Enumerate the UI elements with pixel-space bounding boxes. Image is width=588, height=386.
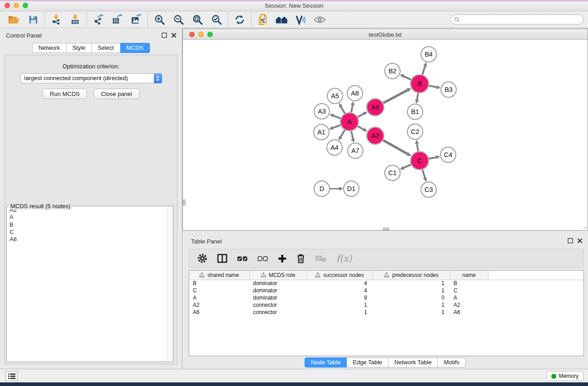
tab-network[interactable]: Network <box>32 43 67 53</box>
network-node-C2[interactable]: C2 <box>407 124 423 139</box>
network-canvas[interactable]: B4B2BB3A8A5A6A3B1AA1C2A2A4A7C4CC1C3DD1 <box>183 40 588 230</box>
delete-table-icon[interactable] <box>315 254 326 262</box>
open-session-icon[interactable] <box>5 12 24 27</box>
network-edge-C-C3[interactable] <box>422 170 425 178</box>
export-network-icon[interactable] <box>89 12 108 27</box>
network-node-A2[interactable]: A2 <box>367 127 384 144</box>
table-row[interactable]: Adominator80A <box>189 294 583 301</box>
task-history-button[interactable] <box>5 371 18 381</box>
column-header-successor-nodes[interactable]: successor nodes <box>306 271 373 280</box>
table-tab-motifs[interactable]: Motifs <box>438 357 466 367</box>
network-edge-A-A5[interactable] <box>341 107 345 114</box>
search-input[interactable] <box>462 16 583 23</box>
network-node-A[interactable]: A <box>340 113 359 131</box>
network-node-A3[interactable]: A3 <box>314 104 330 119</box>
close-panel-icon[interactable] <box>171 33 177 38</box>
tab-select[interactable]: Select <box>92 43 120 53</box>
network-node-A1[interactable]: A1 <box>314 124 329 140</box>
column-header-name[interactable]: name <box>450 271 488 280</box>
splitter-handle-bottom[interactable] <box>383 228 389 230</box>
network-edge-A6-B[interactable] <box>383 90 408 103</box>
mcds-result-item[interactable]: B <box>7 221 173 229</box>
network-node-C4[interactable]: C4 <box>440 147 456 162</box>
table-tab-edge-table[interactable]: Edge Table <box>347 357 388 367</box>
run-mcds-button[interactable]: Run MCDS <box>43 89 87 99</box>
network-node-D1[interactable]: D1 <box>344 181 359 196</box>
import-table-icon[interactable] <box>66 12 85 27</box>
network-edge-C-C2[interactable] <box>417 144 418 152</box>
network-edge-A-A3[interactable] <box>333 116 340 119</box>
close-panel-button[interactable]: Close panel <box>94 89 139 99</box>
export-table-icon[interactable] <box>108 12 127 27</box>
network-edge-A-A7[interactable] <box>351 131 353 139</box>
hide-details-eye-icon[interactable] <box>310 12 329 27</box>
export-image-icon[interactable] <box>127 12 146 27</box>
refresh-icon[interactable] <box>230 12 249 27</box>
column-header-MCDS-role[interactable]: MCDS role <box>249 271 306 280</box>
float-panel-icon[interactable] <box>162 33 167 38</box>
network-edge-A-A8[interactable] <box>351 105 353 113</box>
deselect-all-columns-icon[interactable] <box>258 256 268 261</box>
network-node-D[interactable]: D <box>314 181 330 196</box>
tab-style[interactable]: Style <box>67 43 92 53</box>
zoom-selected-icon[interactable] <box>207 12 226 27</box>
table-row[interactable]: Bdominator41B <box>189 280 583 287</box>
network-node-A5[interactable]: A5 <box>327 88 343 104</box>
zoom-fit-icon[interactable] <box>188 12 207 27</box>
mcds-result-scrollbar[interactable] <box>167 206 173 362</box>
network-node-B[interactable]: B <box>411 75 429 93</box>
network-edge-C-C4[interactable] <box>429 157 436 158</box>
zoom-out-icon[interactable] <box>169 12 188 27</box>
function-builder-icon[interactable]: f(x) <box>336 253 352 264</box>
table-row[interactable]: A6connector11A6 <box>189 309 583 316</box>
import-network-icon[interactable] <box>47 12 66 27</box>
save-session-icon[interactable] <box>24 12 43 27</box>
network-node-B1[interactable]: B1 <box>407 104 423 119</box>
network-edge-A-A1[interactable] <box>333 125 340 128</box>
network-edge-B-B4[interactable] <box>422 66 425 75</box>
network-node-B3[interactable]: B3 <box>441 82 456 97</box>
zoom-in-icon[interactable] <box>150 12 169 27</box>
network-edge-A-A4[interactable] <box>341 130 345 137</box>
close-table-panel-icon[interactable] <box>577 238 583 243</box>
table-tab-network-table[interactable]: Network Table <box>388 357 438 367</box>
network-node-C3[interactable]: C3 <box>421 182 436 197</box>
mcds-result-item[interactable]: A6 <box>7 236 173 243</box>
table-tab-node-table[interactable]: Node Table <box>305 357 347 367</box>
network-node-C[interactable]: C <box>411 152 429 170</box>
mcds-result-item[interactable]: A <box>7 214 173 221</box>
network-node-B4[interactable]: B4 <box>421 47 436 62</box>
copy-network-icon[interactable] <box>253 12 272 27</box>
network-edge-C-C1[interactable] <box>404 165 411 168</box>
network-node-A7[interactable]: A7 <box>348 143 363 158</box>
mcds-result-item[interactable]: C <box>7 229 173 236</box>
network-window-titlebar[interactable]: testGlobe.txt <box>183 29 588 40</box>
home-icon[interactable] <box>272 12 291 27</box>
table-settings-gear-icon[interactable] <box>197 253 207 263</box>
network-edge-B-B2[interactable] <box>403 76 411 80</box>
table-row[interactable]: A2connector11A2 <box>189 301 583 309</box>
optimization-criterion-dropdown[interactable]: largest connected component (directed) <box>20 73 162 83</box>
network-edge-B-B1[interactable] <box>417 93 418 100</box>
show-graphics-details-icon[interactable] <box>291 12 310 27</box>
split-columns-icon[interactable] <box>217 254 227 263</box>
table-row[interactable]: Cdominator41C <box>189 287 583 294</box>
float-table-panel-icon[interactable] <box>568 238 573 243</box>
add-column-icon[interactable] <box>278 254 287 263</box>
network-edge-B-B3[interactable] <box>429 86 437 87</box>
resize-grip-icon[interactable] <box>582 224 587 230</box>
network-node-A6[interactable]: A6 <box>367 99 384 116</box>
network-node-A8[interactable]: A8 <box>347 86 363 101</box>
delete-column-trash-icon[interactable] <box>296 254 305 263</box>
memory-button[interactable]: Memory <box>546 371 583 381</box>
column-header-predecessor-nodes[interactable]: predecessor nodes <box>373 271 450 280</box>
network-edge-A-A6[interactable] <box>358 114 363 117</box>
network-node-A4[interactable]: A4 <box>327 140 342 155</box>
network-edge-A-A2[interactable] <box>358 126 363 129</box>
column-header-shared-name[interactable]: shared name <box>189 271 249 280</box>
tab-mcds[interactable]: MCDS <box>120 43 150 53</box>
select-all-columns-icon[interactable] <box>237 256 248 261</box>
search-field[interactable] <box>450 14 583 24</box>
network-node-B2[interactable]: B2 <box>385 63 400 79</box>
network-edge-A2-C[interactable] <box>383 140 407 154</box>
